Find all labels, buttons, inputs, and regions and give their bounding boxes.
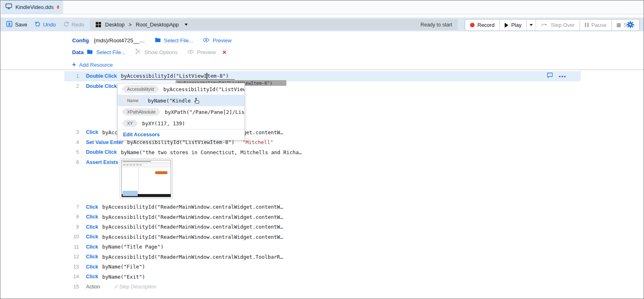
step-row[interactable]: 11 Click byName("Title Page") [64, 242, 581, 252]
accessor-code: byAccessibilityId("ListViewIt… [163, 86, 244, 92]
chevron-down-icon[interactable] [185, 24, 188, 26]
folder-icon [155, 37, 161, 44]
play-icon [505, 23, 508, 28]
step-description-placeholder[interactable]: // Step Description [115, 284, 156, 290]
step-value[interactable]: byAccessibilityId("ReaderMainWindow.cent… [102, 204, 283, 210]
step-row[interactable]: 9 Click byAccessibilityId("ReaderMainWin… [64, 222, 581, 232]
config-select-file-link[interactable]: Select File... [164, 37, 193, 44]
step-value[interactable]: byAccessibilityId("ReaderMainWindow.cent… [102, 214, 283, 220]
dropdown-footer: Edit Accessors [118, 129, 244, 140]
step-action[interactable]: Click [86, 204, 98, 210]
step-over-icon [541, 22, 548, 28]
status-text: Ready to start [420, 22, 452, 28]
add-resource-row[interactable]: + Add Resource [72, 61, 113, 69]
redo-icon [63, 21, 69, 28]
step-row[interactable]: 13 Click byName("File") [64, 262, 581, 272]
text-caret [207, 73, 207, 79]
step-value[interactable]: byAccessibilityId("ListViewItem-8") [121, 73, 235, 80]
step-row[interactable]: 7 Click byAccessibilityId("ReaderMainWin… [64, 202, 581, 212]
edit-accessors-link[interactable]: Edit Accessors [123, 132, 160, 137]
redo-button[interactable]: Redo [63, 21, 84, 28]
step-action[interactable]: Click [86, 129, 98, 135]
record-button[interactable]: Record [465, 20, 499, 31]
settings-gear-icon[interactable] [626, 21, 634, 30]
target-app-breadcrumb[interactable]: Desktop > Root_DesktopApp Ready to start [90, 19, 458, 30]
breadcrumb-root[interactable]: Desktop [105, 22, 125, 28]
config-path-value[interactable]: {mds}/Root4725__… [94, 37, 145, 44]
comment-icon[interactable] [547, 72, 553, 80]
step-action[interactable]: Double Click [86, 83, 117, 89]
step-row[interactable]: 10 Click byAccessibilityId("ReaderMainWi… [64, 232, 581, 242]
stop-button[interactable]: Stop [611, 20, 640, 31]
pause-button[interactable]: Pause [580, 20, 611, 31]
step-over-button[interactable]: Step Over [536, 20, 580, 31]
data-resource-row: Data Select File... Show Options Preview… [72, 48, 226, 56]
play-options-dropdown[interactable] [526, 20, 536, 31]
config-preview-link[interactable]: Preview [213, 37, 231, 44]
step-number: 10 [64, 234, 79, 240]
step-value[interactable]: byAccessibilityId("ReaderMainWindow.cent… [102, 224, 283, 230]
eye-icon [203, 37, 209, 44]
accessor-code: byXY(117, 139) [142, 120, 185, 127]
step-value[interactable]: byName("Exit") [102, 274, 145, 280]
play-button[interactable]: Play [499, 20, 526, 31]
step-action[interactable]: Click [86, 224, 98, 230]
step-row[interactable]: 6 Assert Exists [64, 157, 581, 202]
step-number: 13 [64, 264, 79, 270]
step-action[interactable]: Assert Exists [86, 159, 118, 165]
step-value[interactable]: byAccessibilityId("ReaderMainWindow.cent… [102, 254, 283, 260]
tab-kindlevideo[interactable]: KindleVideo.dds [1, 0, 63, 14]
step-row[interactable]: 12 Click byAccessibilityId("ReaderMainWi… [64, 252, 581, 262]
step-value[interactable]: byName("File") [102, 264, 145, 270]
stop-icon [617, 23, 621, 27]
assert-screenshot-thumbnail[interactable] [120, 158, 173, 199]
accessor-option[interactable]: AccessibilityIdbyAccessibilityId("ListVi… [118, 83, 244, 95]
accessor-type-badge: XY [122, 120, 138, 127]
step-number: 4 [64, 140, 79, 145]
step-action[interactable]: Double Click [86, 73, 117, 79]
step-more-icon[interactable]: ••• [559, 73, 566, 79]
data-select-file-link[interactable]: Select File... [96, 49, 125, 55]
step-row[interactable]: 14 Click byName("Exit") [64, 272, 581, 282]
add-resource-link[interactable]: Add Resource [79, 62, 112, 68]
breadcrumb-app[interactable]: Root_DesktopApp [136, 22, 179, 28]
step-action[interactable]: Click [86, 254, 98, 260]
step-value[interactable]: byName("Title Page") [102, 244, 164, 250]
accessor-dropdown: AccessibilityIdbyAccessibilityId("ListVi… [117, 83, 245, 140]
folder-icon [87, 49, 93, 55]
step-action[interactable]: Click [86, 274, 98, 279]
step-action[interactable]: Double Click [86, 149, 117, 155]
step-row[interactable]: 15 Action // Step Description [64, 282, 581, 292]
step-row[interactable]: 8 Click byAccessibilityId("ReaderMainWin… [64, 212, 581, 222]
step-action[interactable]: Click [86, 244, 98, 250]
show-options-link[interactable]: Show Options [145, 49, 178, 55]
data-preview-link[interactable]: Preview [197, 49, 216, 55]
step-action[interactable]: Click [86, 234, 98, 240]
accessor-option[interactable]: XPathAbsolutebyXPath("/Pane/Pane[2]/List… [118, 106, 244, 118]
undo-button[interactable]: Undo [35, 21, 56, 28]
step-row[interactable]: 5 Double Click byName("the two stores in… [64, 147, 581, 157]
plus-icon: + [72, 61, 76, 68]
remove-data-icon[interactable]: × [222, 49, 226, 56]
step-value[interactable]: byAccessibilityId("ReaderMainWindow.cent… [102, 234, 283, 240]
step-row[interactable]: 1 Double Click byAccessibilityId("ListVi… [64, 71, 581, 81]
accessor-option[interactable]: NamebyName("Kindle [118, 95, 244, 106]
save-icon [6, 21, 13, 28]
accessor-code: byXPath("/Pane/Pane[2]/List/L… [165, 109, 244, 115]
step-number: 2 [64, 83, 79, 89]
step-number: 3 [64, 129, 79, 135]
eye-icon [187, 49, 194, 55]
tab-title: KindleVideo.dds [15, 4, 54, 10]
step-action[interactable]: Click [86, 214, 98, 220]
accessor-type-badge: Name [122, 97, 144, 104]
step-value[interactable]: byName("the two stores in Connecticut, M… [121, 149, 302, 155]
step-action[interactable]: Action [86, 284, 100, 290]
step-action[interactable]: Click [86, 264, 98, 270]
accessor-code: byName("Kindle [148, 98, 191, 104]
accessor-option[interactable]: XYbyXY(117, 139) [118, 118, 244, 129]
step-value-argument[interactable]: "Mitchell" [242, 139, 273, 145]
undo-icon [35, 21, 41, 28]
step-number: 15 [64, 284, 79, 290]
save-button[interactable]: Save [6, 21, 27, 28]
accessor-options: AccessibilityIdbyAccessibilityId("ListVi… [118, 83, 244, 129]
